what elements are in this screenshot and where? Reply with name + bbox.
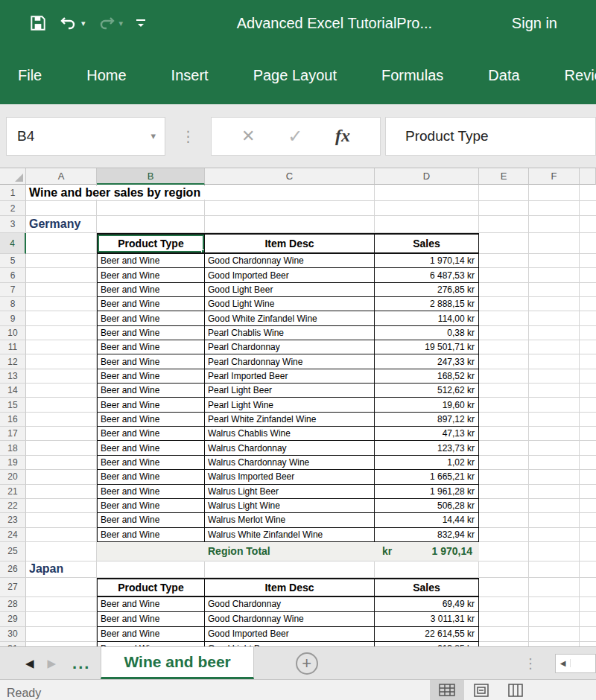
header-sales[interactable]: Sales <box>375 578 479 597</box>
ribbon-tab[interactable]: Review <box>547 67 596 84</box>
cell[interactable] <box>375 561 479 578</box>
cell[interactable] <box>529 485 580 499</box>
enter-icon[interactable]: ✓ <box>288 126 302 147</box>
row-header[interactable]: 30 <box>0 627 26 642</box>
cell-item-desc[interactable]: Good Light Beer <box>205 642 375 646</box>
cell[interactable] <box>529 441 580 455</box>
cell[interactable] <box>529 354 580 369</box>
new-sheet-button[interactable]: + <box>296 652 318 675</box>
normal-view-button[interactable] <box>430 680 464 700</box>
column-header-d[interactable]: D <box>375 168 479 185</box>
cell-product-type[interactable]: Beer and Wine <box>97 427 205 441</box>
sign-in-button[interactable]: Sign in <box>512 15 557 32</box>
cell-sales[interactable]: 0,38 kr <box>375 326 479 340</box>
cell[interactable] <box>26 326 97 340</box>
cell-sales[interactable]: 6 487,53 kr <box>375 268 479 282</box>
cell[interactable] <box>26 642 97 646</box>
cell[interactable] <box>479 513 529 527</box>
cell[interactable] <box>479 542 529 561</box>
cell-sales[interactable]: 1 970,14 kr <box>375 254 479 268</box>
row-header[interactable]: 25 <box>0 542 26 561</box>
cell-item-desc[interactable]: Good Chardonnay Wine <box>205 254 375 268</box>
row-header[interactable]: 16 <box>0 413 26 427</box>
cell-item-desc[interactable]: Walrus White Zinfandel Wine <box>205 528 375 542</box>
cell-product-type[interactable]: Beer and Wine <box>97 485 205 499</box>
row-header[interactable]: 15 <box>0 398 26 412</box>
cell[interactable] <box>26 268 97 282</box>
cell-item-desc[interactable]: Walrus Imported Beer <box>205 470 375 484</box>
cell[interactable] <box>529 233 580 254</box>
cell-sales[interactable]: 123,73 kr <box>375 441 479 455</box>
cell[interactable] <box>479 233 529 254</box>
row-header[interactable]: 17 <box>0 427 26 441</box>
cell[interactable] <box>529 340 580 354</box>
cell[interactable] <box>479 499 529 513</box>
row-header[interactable]: 11 <box>0 340 26 354</box>
header-product-type[interactable]: Product Type <box>97 578 205 597</box>
cell[interactable] <box>529 513 580 527</box>
row-header[interactable]: 31 <box>0 642 26 646</box>
cell[interactable] <box>529 542 580 561</box>
cell-sales[interactable]: 69,49 kr <box>375 597 479 612</box>
cell[interactable] <box>479 283 529 297</box>
row-header[interactable]: 5 <box>0 254 26 268</box>
cell-product-type[interactable]: Beer and Wine <box>97 597 205 612</box>
ribbon-tab[interactable]: Data <box>470 67 537 84</box>
cell-sales[interactable]: 47,13 kr <box>375 427 479 441</box>
cell[interactable] <box>479 326 529 340</box>
row-header[interactable]: 3 <box>0 216 26 233</box>
cell[interactable] <box>529 413 580 427</box>
cell-sales[interactable]: 247,33 kr <box>375 354 479 369</box>
cell-product-type[interactable]: Beer and Wine <box>97 369 205 384</box>
cell[interactable] <box>529 369 580 384</box>
cell[interactable] <box>26 485 97 499</box>
cell[interactable] <box>26 627 97 642</box>
cell[interactable] <box>26 384 97 398</box>
ribbon-tab[interactable]: File <box>0 67 60 84</box>
cell-product-type[interactable]: Beer and Wine <box>97 326 205 340</box>
cell[interactable] <box>26 612 97 627</box>
cell-product-type[interactable]: Beer and Wine <box>97 254 205 268</box>
cell[interactable] <box>529 528 580 542</box>
cell[interactable] <box>26 369 97 384</box>
cell-item-desc[interactable]: Good Imported Beer <box>205 627 375 642</box>
cell[interactable] <box>375 185 479 201</box>
row-header[interactable]: 24 <box>0 528 26 542</box>
cell[interactable] <box>97 201 205 216</box>
cell[interactable] <box>26 340 97 354</box>
cell[interactable] <box>479 578 529 597</box>
cell[interactable] <box>529 561 580 578</box>
cell-item-desc[interactable]: Pearl Light Beer <box>205 384 375 398</box>
row-header[interactable]: 2 <box>0 201 26 216</box>
cell-sales[interactable]: 114,00 kr <box>375 311 479 325</box>
cell[interactable] <box>529 326 580 340</box>
ribbon-tab[interactable]: Page Layout <box>235 67 355 84</box>
cell-product-type[interactable]: Beer and Wine <box>97 311 205 325</box>
cell[interactable] <box>529 185 580 201</box>
cell[interactable] <box>26 413 97 427</box>
cell[interactable] <box>479 485 529 499</box>
cell[interactable] <box>97 216 205 233</box>
cell[interactable] <box>479 642 529 646</box>
cell[interactable] <box>529 470 580 484</box>
cell[interactable] <box>529 627 580 642</box>
cell-product-type[interactable]: Beer and Wine <box>97 441 205 455</box>
row-header[interactable]: 20 <box>0 470 26 484</box>
cell[interactable] <box>479 561 529 578</box>
cell[interactable] <box>479 297 529 311</box>
cell-item-desc[interactable]: Good Light Wine <box>205 297 375 311</box>
cell[interactable] <box>529 398 580 412</box>
undo-button[interactable]: ▾ <box>58 14 86 32</box>
cell[interactable] <box>26 354 97 369</box>
cell[interactable] <box>529 578 580 597</box>
cell-product-type[interactable]: Beer and Wine <box>97 384 205 398</box>
cell-sales[interactable]: 1 961,28 kr <box>375 485 479 499</box>
cell-sales[interactable]: 897,12 kr <box>375 413 479 427</box>
cell[interactable] <box>529 283 580 297</box>
column-header-f[interactable]: F <box>529 168 580 185</box>
cell-sales[interactable]: 2 888,15 kr <box>375 297 479 311</box>
cell[interactable] <box>26 578 97 597</box>
cell-a26[interactable]: Japan <box>26 561 97 578</box>
column-header-e[interactable]: E <box>479 168 529 185</box>
cell[interactable] <box>479 185 529 201</box>
